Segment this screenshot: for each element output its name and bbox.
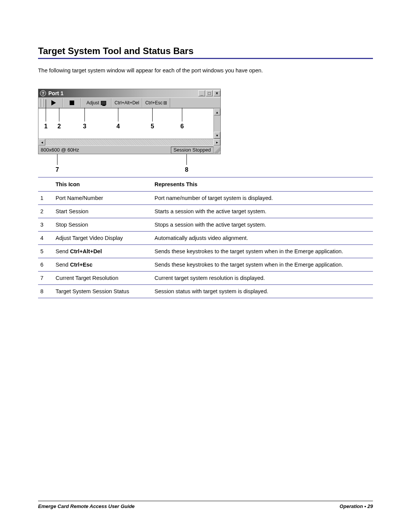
resize-grip[interactable] [213, 147, 220, 153]
row-icon-name: Current Target Resolution [53, 272, 152, 285]
page-heading: Target System Tool and Status Bars [38, 46, 373, 59]
row-description: Sends these keystrokes to the target sys… [152, 245, 373, 258]
footer-doc-title: Emerge Card Remote Access User Guide [38, 503, 135, 509]
callout-num: 6 [180, 123, 184, 130]
row-number: 4 [38, 232, 53, 245]
table-row: 1Port Name/NumberPort name/number of tar… [38, 192, 373, 205]
status-bar: 800x600 @ 60Hz Session Stopped [38, 145, 220, 154]
adjust-button[interactable]: Adjust [81, 98, 112, 107]
ctrl-esc-button[interactable]: Ctrl+Esc ⊞ [142, 98, 170, 107]
callout-num: 2 [57, 123, 61, 130]
intro-text: The following target system window will … [38, 67, 373, 73]
row-number: 3 [38, 218, 53, 232]
callout-num: 3 [83, 123, 86, 130]
row-number: 6 [38, 258, 53, 272]
callout-num: 7 [56, 166, 59, 173]
row-description: Sends these keystrokes to the target sys… [152, 258, 373, 272]
toolbar: Adjust Ctrl+Alt+Del Ctrl+Esc ⊞ [38, 97, 220, 108]
ctrl-alt-del-button[interactable]: Ctrl+Alt+Del [112, 98, 142, 107]
icon-reference-table: This Icon Represents This 1Port Name/Num… [38, 177, 373, 298]
row-description: Automatically adjusts video alignment. [152, 232, 373, 245]
target-window: ? Port 1 _ □ × Adjust Ctrl+Alt+Del Ctrl+… [38, 89, 221, 154]
row-icon-name: Stop Session [53, 218, 152, 232]
scroll-right-button[interactable]: ▸ [213, 139, 220, 145]
monitor-icon [101, 101, 106, 105]
row-description: Stops a session with the active target s… [152, 218, 373, 232]
callout-num: 4 [116, 123, 120, 130]
window-title: Port 1 [48, 90, 64, 96]
row-icon-name: Port Name/Number [53, 192, 152, 205]
scroll-track[interactable] [45, 139, 213, 145]
page-footer: Emerge Card Remote Access User Guide Ope… [38, 501, 373, 509]
col-header-icon: This Icon [53, 177, 152, 192]
row-number: 8 [38, 285, 53, 298]
content-area: ▴ ▾ [38, 108, 220, 139]
callout-num: 1 [44, 123, 48, 130]
scroll-down-button[interactable]: ▾ [214, 132, 220, 139]
app-icon: ? [40, 90, 46, 96]
callout-num: 8 [185, 166, 188, 173]
window-titlebar: ? Port 1 _ □ × [38, 89, 220, 97]
row-icon-name: Send Ctrl+Alt+Del [53, 245, 152, 258]
maximize-button[interactable]: □ [206, 90, 213, 96]
window-figure: ? Port 1 _ □ × Adjust Ctrl+Alt+Del Ctrl+… [38, 89, 373, 154]
table-row: 6Send Ctrl+EscSends these keystrokes to … [38, 258, 373, 272]
windows-icon: ⊞ [163, 100, 167, 105]
row-description: Port name/number of target system is dis… [152, 192, 373, 205]
start-session-button[interactable] [45, 98, 63, 107]
row-number: 7 [38, 272, 53, 285]
callout-num: 5 [151, 123, 154, 130]
table-row: 3Stop SessionStops a session with the ac… [38, 218, 373, 232]
row-icon-name: Adjust Target Video Display [53, 232, 152, 245]
table-row: 7Current Target ResolutionCurrent target… [38, 272, 373, 285]
table-row: 8Target System Session StatusSession sta… [38, 285, 373, 298]
row-description: Current target system resolution is disp… [152, 272, 373, 285]
row-description: Session status with target system is dis… [152, 285, 373, 298]
table-row: 5Send Ctrl+Alt+DelSends these keystrokes… [38, 245, 373, 258]
table-row: 4Adjust Target Video DisplayAutomaticall… [38, 232, 373, 245]
row-description: Starts a session with the active target … [152, 205, 373, 218]
row-icon-name: Send Ctrl+Esc [53, 258, 152, 272]
scroll-left-button[interactable]: ◂ [38, 139, 45, 145]
close-button[interactable]: × [213, 90, 220, 96]
row-number: 1 [38, 192, 53, 205]
vertical-scrollbar[interactable]: ▴ ▾ [213, 109, 220, 139]
horizontal-scrollbar[interactable]: ◂ ▸ [38, 139, 220, 145]
row-number: 5 [38, 245, 53, 258]
minimize-button[interactable]: _ [198, 90, 205, 96]
stop-session-button[interactable] [63, 98, 81, 107]
toolbar-grip [42, 99, 44, 107]
resolution-status: 800x600 @ 60Hz [38, 147, 171, 153]
scroll-up-button[interactable]: ▴ [214, 109, 220, 115]
session-status: Session Stopped [171, 147, 213, 153]
adjust-label: Adjust [86, 100, 99, 105]
table-row: 2Start SessionStarts a session with the … [38, 205, 373, 218]
toolbar-grip [39, 99, 41, 107]
row-number: 2 [38, 205, 53, 218]
row-icon-name: Target System Session Status [53, 285, 152, 298]
ctrl-esc-label: Ctrl+Esc [145, 100, 163, 105]
col-header-desc: Represents This [152, 177, 373, 192]
row-icon-name: Start Session [53, 205, 152, 218]
footer-page-info: Operation • 29 [339, 503, 373, 509]
